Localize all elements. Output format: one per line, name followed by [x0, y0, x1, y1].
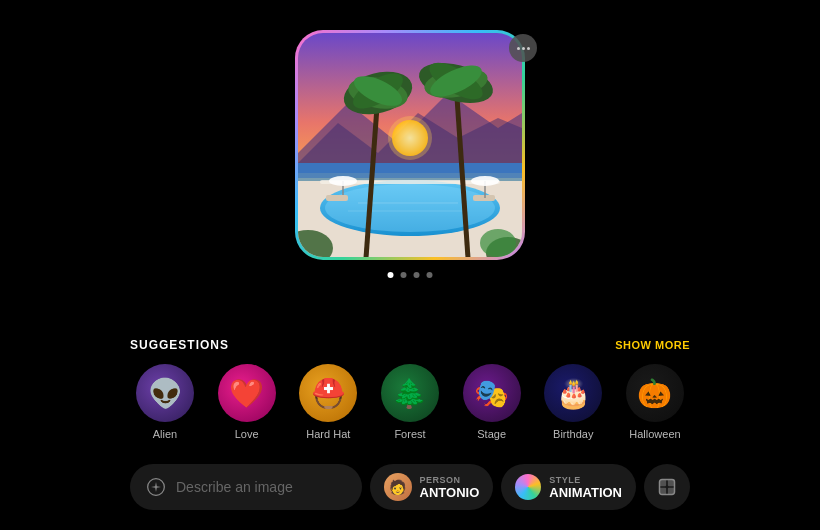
suggestion-item-forest[interactable]: 🌲Forest	[375, 364, 445, 440]
image-inner	[298, 33, 522, 257]
svg-rect-25	[473, 195, 495, 201]
dot-2[interactable]	[401, 272, 407, 278]
suggestion-item-love[interactable]: ❤️Love	[212, 364, 282, 440]
svg-point-30	[480, 229, 516, 257]
suggestion-items-list: 👽Alien❤️Love⛑️Hard Hat🌲Forest🎭Stage🎂Birt…	[130, 364, 690, 440]
gallery-icon	[657, 477, 677, 497]
suggestion-label-birthday: Birthday	[553, 428, 593, 440]
svg-rect-24	[326, 195, 348, 201]
suggestion-icon-birthday: 🎂	[544, 364, 602, 422]
style-ball-icon	[515, 474, 541, 500]
svg-point-8	[325, 184, 495, 232]
suggestion-item-stage[interactable]: 🎭Stage	[457, 364, 527, 440]
suggestion-label-halloween: Halloween	[629, 428, 680, 440]
pool-scene-svg	[298, 33, 522, 257]
dot2	[522, 47, 525, 50]
suggestion-item-alien[interactable]: 👽Alien	[130, 364, 200, 440]
dot-3[interactable]	[414, 272, 420, 278]
suggestion-label-forest: Forest	[394, 428, 425, 440]
style-name-label: ANIMATION	[549, 485, 622, 500]
suggestions-title: SUGGESTIONS	[130, 338, 229, 352]
style-pill[interactable]: STYLE ANIMATION	[501, 464, 636, 510]
show-more-button[interactable]: SHOW MORE	[615, 339, 690, 351]
suggestion-label-stage: Stage	[477, 428, 506, 440]
suggestion-label-hard-hat: Hard Hat	[306, 428, 350, 440]
dot-1[interactable]	[388, 272, 394, 278]
dot3	[527, 47, 530, 50]
person-name-label: ANTONIO	[420, 485, 480, 500]
svg-rect-36	[668, 488, 675, 495]
svg-rect-35	[660, 488, 667, 495]
svg-point-23	[329, 176, 357, 186]
suggestion-item-halloween[interactable]: 🎃Halloween	[620, 364, 690, 440]
svg-rect-33	[660, 480, 667, 487]
svg-rect-34	[668, 480, 675, 487]
person-type-label: PERSON	[420, 475, 480, 485]
svg-point-4	[388, 116, 432, 160]
suggestions-section: SUGGESTIONS SHOW MORE 👽Alien❤️Love⛑️Hard…	[130, 338, 690, 440]
person-pill[interactable]: 🧑 PERSON ANTONIO	[370, 464, 494, 510]
describe-input[interactable]: Describe an image	[130, 464, 362, 510]
style-info: STYLE ANIMATION	[549, 475, 622, 500]
suggestions-header: SUGGESTIONS SHOW MORE	[130, 338, 690, 352]
image-border	[295, 30, 525, 260]
suggestion-icon-hard-hat: ⛑️	[299, 364, 357, 422]
sparkle-icon	[146, 477, 166, 497]
gallery-button[interactable]	[644, 464, 690, 510]
pagination-dots	[388, 272, 433, 278]
suggestion-icon-stage: 🎭	[463, 364, 521, 422]
svg-point-27	[471, 176, 499, 186]
describe-placeholder: Describe an image	[176, 479, 293, 495]
style-type-label: STYLE	[549, 475, 622, 485]
person-avatar: 🧑	[384, 473, 412, 501]
more-button[interactable]	[509, 34, 537, 62]
suggestion-icon-alien: 👽	[136, 364, 194, 422]
bottom-bar: Describe an image 🧑 PERSON ANTONIO STYLE…	[130, 464, 690, 510]
person-info: PERSON ANTONIO	[420, 475, 480, 500]
suggestion-icon-love: ❤️	[218, 364, 276, 422]
suggestion-label-alien: Alien	[153, 428, 177, 440]
dot1	[517, 47, 520, 50]
suggestion-item-birthday[interactable]: 🎂Birthday	[538, 364, 608, 440]
suggestion-item-hard-hat[interactable]: ⛑️Hard Hat	[293, 364, 363, 440]
suggestion-label-love: Love	[235, 428, 259, 440]
dot-4[interactable]	[427, 272, 433, 278]
main-image-container	[295, 30, 525, 260]
suggestion-icon-halloween: 🎃	[626, 364, 684, 422]
suggestion-icon-forest: 🌲	[381, 364, 439, 422]
